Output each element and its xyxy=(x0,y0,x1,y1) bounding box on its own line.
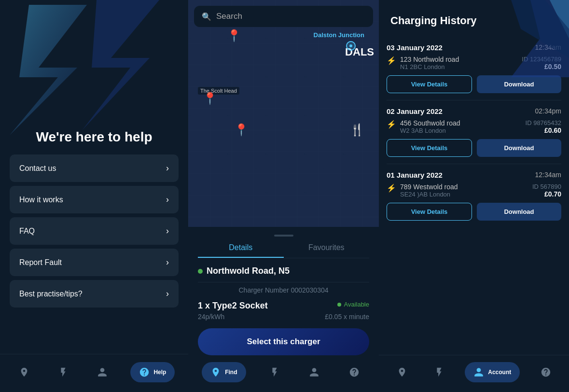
location-icon-active xyxy=(210,367,221,378)
history-meta-3: ID 567890 £0.70 xyxy=(532,183,561,198)
map-pin-1: 📍 xyxy=(227,29,241,42)
nav-find-right[interactable] xyxy=(391,363,413,381)
history-actions-3: View Details Download xyxy=(387,203,561,221)
bolt-icon-1: ⚡ xyxy=(387,56,396,65)
history-street-3: 789 Westwold road xyxy=(400,183,528,191)
view-details-button-2[interactable]: View Details xyxy=(387,139,472,157)
view-details-button-3[interactable]: View Details xyxy=(387,203,472,221)
gps-indicator xyxy=(346,41,356,51)
charger-location-name: Northwold Road, N5 xyxy=(207,266,290,276)
nav-account-label: Account xyxy=(488,369,511,376)
history-address-row-3: ⚡ 789 Westwold road SE24 )AB London ID 5… xyxy=(387,183,561,198)
tab-details[interactable]: Details xyxy=(198,243,284,258)
chevron-right-icon: › xyxy=(166,163,169,173)
search-bar[interactable]: 🔍 Search xyxy=(194,6,373,27)
available-dot xyxy=(337,303,341,307)
nav-help-label: Help xyxy=(153,369,166,376)
history-address-2: 456 Southwold road W2 3AB London xyxy=(400,119,522,134)
download-button-3[interactable]: Download xyxy=(477,203,561,221)
nav-find[interactable] xyxy=(13,363,35,381)
help-icon-mid xyxy=(349,367,360,378)
help-icon xyxy=(139,367,150,378)
charge-icon-right xyxy=(434,367,444,378)
help-icon-right xyxy=(541,367,551,378)
chevron-right-icon: › xyxy=(166,289,169,299)
menu-item-label: How it works xyxy=(19,196,63,204)
location-icon xyxy=(19,367,29,378)
chevron-right-icon: › xyxy=(166,257,169,267)
nav-charge[interactable] xyxy=(52,363,74,381)
menu-item-how-it-works[interactable]: How it works › xyxy=(10,186,179,213)
menu-item-contact-us[interactable]: Contact us › xyxy=(10,154,179,182)
select-charger-button[interactable]: Select this charger xyxy=(198,328,369,355)
left-bottom-nav: Help xyxy=(0,354,188,392)
map-pin-3[interactable]: 📍 xyxy=(234,123,249,137)
history-id-3: ID 567890 xyxy=(532,183,561,190)
history-city-3: SE24 )AB London xyxy=(400,191,528,198)
menu-item-label: Report Fault xyxy=(19,258,62,267)
charging-history-title: Charging History xyxy=(379,0,569,37)
rate-min: £0.05 x minute xyxy=(325,313,369,321)
availability-label: Available xyxy=(344,301,369,308)
nav-help-mid[interactable] xyxy=(343,363,365,381)
menu-item-best-practise[interactable]: Best practise/tips? › xyxy=(10,280,179,308)
menu-item-label: Best practise/tips? xyxy=(19,290,83,298)
history-amount-2: £0.60 xyxy=(526,126,561,134)
history-list: 03 January 2022 12:34am ⚡ 123 Northwold … xyxy=(379,37,569,355)
panel-handle xyxy=(274,235,293,237)
map-background: 🔍 Search Dalston Junction DALS The Scolt… xyxy=(188,0,379,227)
nav-charge-right[interactable] xyxy=(428,363,450,381)
menu-item-report-fault[interactable]: Report Fault › xyxy=(10,249,179,276)
search-icon: 🔍 xyxy=(202,12,211,21)
charge-icon xyxy=(58,367,69,378)
history-address-3: 789 Westwold road SE24 )AB London xyxy=(400,183,528,198)
person-icon xyxy=(97,367,108,378)
bolt-icon-2: ⚡ xyxy=(387,120,396,129)
panel-tabs: Details Favourites xyxy=(198,243,369,258)
left-panel: We're here to help Contact us › How it w… xyxy=(0,0,188,392)
search-placeholder: Search xyxy=(216,12,242,21)
history-street-2: 456 Southwold road xyxy=(400,119,522,127)
menu-item-faq[interactable]: FAQ › xyxy=(10,217,179,245)
available-dot-indicator xyxy=(198,269,203,274)
tab-favourites[interactable]: Favourites xyxy=(284,243,370,258)
history-address-row-2: ⚡ 456 Southwold road W2 3AB London ID 98… xyxy=(387,119,561,134)
history-date-2: 02 January 2022 xyxy=(387,107,443,115)
dalston-label: Dalston Junction xyxy=(314,31,364,39)
person-icon-right xyxy=(473,367,484,378)
nav-account-mid[interactable] xyxy=(303,363,325,381)
chevron-right-icon: › xyxy=(166,195,169,205)
download-button-2[interactable]: Download xyxy=(477,139,561,157)
rate-kwh: 24p/kWh xyxy=(198,313,224,321)
right-bottom-nav: Account xyxy=(379,355,569,392)
charge-icon-mid xyxy=(269,367,280,378)
nav-charge-mid[interactable] xyxy=(264,363,286,381)
history-item-3: 01 January 2022 12:34am ⚡ 789 Westwold r… xyxy=(387,164,561,227)
nav-help[interactable]: Help xyxy=(130,362,175,382)
history-time-3: 12:34am xyxy=(535,171,561,179)
view-details-button-1[interactable]: View Details xyxy=(387,75,472,93)
charger-location-row: Northwold Road, N5 xyxy=(198,266,369,282)
middle-panel: 🔍 Search Dalston Junction DALS The Scolt… xyxy=(188,0,379,392)
nav-find-active[interactable]: Find xyxy=(202,362,246,382)
person-icon-mid xyxy=(309,367,319,378)
charger-number: Charger Number 0002030304 xyxy=(198,286,369,294)
location-icon-right xyxy=(397,367,407,378)
map-pin-restaurant[interactable]: 🍴 xyxy=(350,123,364,137)
middle-bottom-nav: Find xyxy=(188,355,379,392)
history-item-2: 02 January 2022 02:34pm ⚡ 456 Southwold … xyxy=(387,100,561,164)
nav-account-right[interactable]: Account xyxy=(465,362,520,382)
charger-detail-panel: Details Favourites Northwold Road, N5 Ch… xyxy=(188,227,379,355)
availability-badge: Available xyxy=(337,301,369,308)
menu-item-label: FAQ xyxy=(19,227,35,236)
history-id-2: ID 98765432 xyxy=(526,119,561,126)
map-pin-2[interactable]: 📍 xyxy=(203,92,217,105)
left-content: We're here to help Contact us › How it w… xyxy=(0,0,188,354)
bolt-icon-3: ⚡ xyxy=(387,183,396,193)
download-button-1[interactable]: Download xyxy=(477,75,561,93)
menu-item-label: Contact us xyxy=(19,164,56,173)
nav-find-label: Find xyxy=(225,369,237,376)
nav-account[interactable] xyxy=(91,363,113,381)
charger-pricing-row: 24p/kWh £0.05 x minute xyxy=(198,313,369,321)
nav-help-right[interactable] xyxy=(535,363,557,381)
